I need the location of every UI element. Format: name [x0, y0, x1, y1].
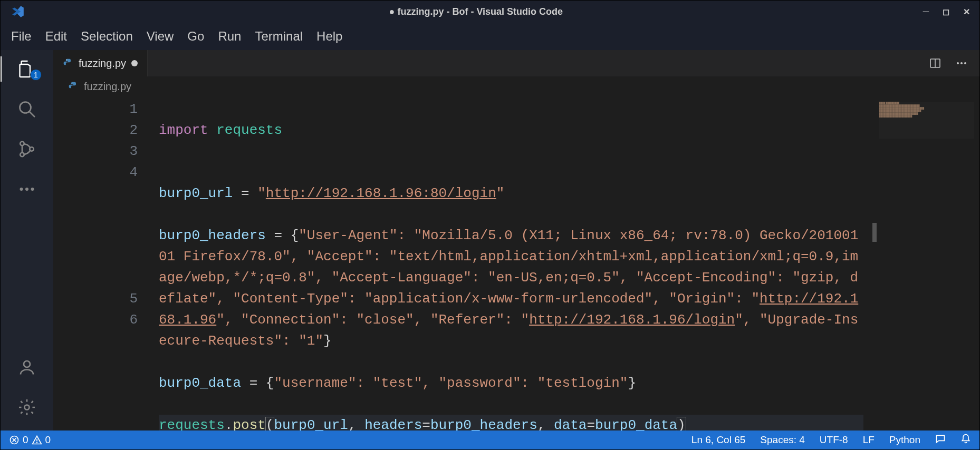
titlebar: ● fuzzing.py - Bof - Visual Studio Code … — [1, 1, 979, 23]
overview-cursor — [872, 223, 877, 242]
svg-point-21 — [36, 443, 37, 443]
minimap[interactable]: ████ ███████████████████████████████████… — [879, 102, 974, 139]
status-indent[interactable]: Spaces: 4 — [760, 434, 805, 446]
menu-go[interactable]: Go — [187, 29, 204, 44]
explorer-badge: 1 — [30, 69, 42, 81]
split-editor-icon[interactable] — [929, 57, 941, 70]
accounts-icon[interactable] — [1, 358, 53, 377]
menubar: File Edit Selection View Go Run Terminal… — [1, 23, 979, 50]
status-cursor[interactable]: Ln 6, Col 65 — [691, 434, 745, 446]
activitybar: 1 — [1, 50, 53, 431]
vscode-icon — [11, 5, 25, 18]
python-icon — [68, 81, 79, 92]
window-title: ● fuzzing.py - Bof - Visual Studio Code — [29, 6, 923, 17]
svg-point-15 — [964, 62, 966, 64]
menu-terminal[interactable]: Terminal — [255, 29, 303, 44]
status-encoding[interactable]: UTF-8 — [820, 434, 848, 446]
maximize-button[interactable]: ◻ — [943, 7, 949, 17]
svg-point-2 — [20, 142, 24, 146]
menu-view[interactable]: View — [147, 29, 174, 44]
svg-point-0 — [20, 102, 31, 113]
settings-icon[interactable] — [1, 398, 53, 417]
svg-point-5 — [20, 188, 23, 191]
tab-dirty-indicator — [131, 60, 138, 66]
menu-file[interactable]: File — [11, 29, 32, 44]
line-gutter: 1 2 3 4 5 6 — [53, 96, 159, 431]
tabbar: fuzzing.py — [53, 50, 979, 76]
menu-selection[interactable]: Selection — [81, 29, 133, 44]
status-eol[interactable]: LF — [863, 434, 875, 446]
svg-point-3 — [20, 153, 24, 157]
status-problems[interactable]: 0 0 — [9, 434, 51, 446]
code-line: burp0_url = "http://192.168.1.96:80/logi… — [159, 183, 863, 204]
statusbar: 0 0 Ln 6, Col 65 Spaces: 4 UTF-8 LF Pyth… — [1, 431, 979, 449]
python-icon — [63, 58, 73, 69]
code-line: burp0_data = {"username": "test", "passw… — [159, 373, 863, 394]
source-control-icon[interactable] — [1, 140, 53, 159]
close-button[interactable]: ✕ — [963, 7, 970, 17]
warning-icon — [32, 435, 42, 445]
status-language[interactable]: Python — [889, 434, 920, 446]
svg-point-4 — [30, 147, 34, 151]
minimize-button[interactable]: ─ — [923, 7, 929, 17]
svg-point-7 — [31, 188, 34, 191]
menu-edit[interactable]: Edit — [45, 29, 67, 44]
more-icon[interactable] — [1, 180, 53, 199]
search-icon[interactable] — [1, 100, 53, 119]
svg-point-8 — [24, 361, 30, 367]
svg-line-1 — [30, 112, 35, 118]
tab-label: fuzzing.py — [79, 57, 126, 70]
code-line: burp0_headers = {"User-Agent": "Mozilla/… — [159, 225, 863, 351]
breadcrumb[interactable]: fuzzing.py — [53, 76, 979, 96]
code-line: import requests — [159, 120, 863, 141]
svg-point-9 — [25, 405, 30, 410]
svg-point-14 — [960, 62, 963, 64]
menu-help[interactable]: Help — [316, 29, 342, 44]
code-line: requests.post(burp0_url, headers=burp0_h… — [159, 415, 863, 431]
svg-point-10 — [66, 60, 68, 61]
editor[interactable]: 1 2 3 4 5 6 import requests burp0_url = … — [53, 96, 979, 431]
svg-point-13 — [957, 62, 959, 64]
menu-run[interactable]: Run — [218, 29, 241, 44]
more-actions-icon[interactable] — [955, 57, 968, 70]
tab-fuzzing[interactable]: fuzzing.py — [53, 50, 148, 76]
code-content[interactable]: import requests burp0_url = "http://192.… — [159, 96, 979, 431]
breadcrumb-file: fuzzing.py — [84, 81, 131, 93]
svg-point-16 — [72, 83, 72, 83]
explorer-icon[interactable]: 1 — [1, 60, 53, 79]
feedback-icon[interactable] — [935, 434, 946, 447]
svg-point-6 — [25, 188, 28, 191]
error-icon — [9, 435, 20, 445]
notifications-icon[interactable] — [960, 434, 971, 447]
